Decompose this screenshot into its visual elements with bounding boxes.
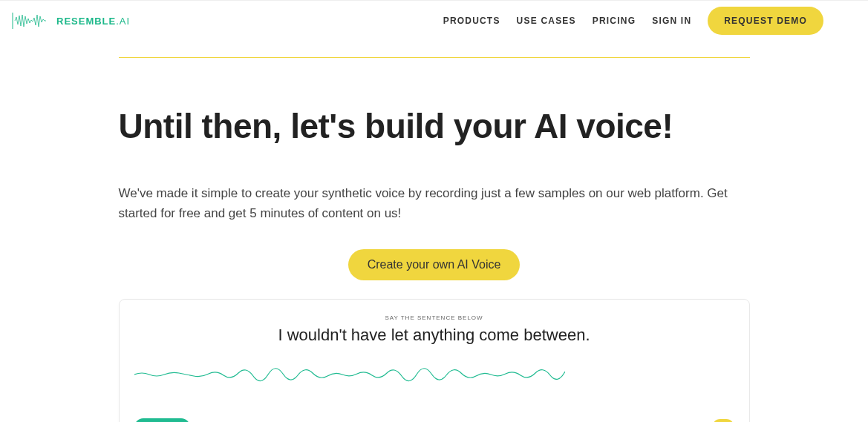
recorder-card: SAY THE SENTENCE BELOW I wouldn't have l…	[119, 299, 750, 422]
main-content: Until then, let's build your AI voice! W…	[111, 57, 757, 422]
nav-products[interactable]: PRODUCTS	[443, 16, 500, 26]
cta-wrap: Create your own AI Voice	[119, 249, 750, 280]
logo-text: RESEMBLE.AI	[56, 16, 130, 27]
page-heading: Until then, let's build your AI voice!	[119, 106, 750, 146]
recorder-sentence: I wouldn't have let anything come betwee…	[134, 326, 734, 345]
nav-sign-in[interactable]: SIGN IN	[652, 16, 691, 26]
logo[interactable]: RESEMBLE.AI	[11, 10, 130, 32]
nav-use-cases[interactable]: USE CASES	[517, 16, 576, 26]
record-button[interactable]: Record	[134, 418, 190, 422]
request-demo-button[interactable]: REQUEST DEMO	[708, 7, 823, 35]
create-voice-button[interactable]: Create your own AI Voice	[348, 249, 521, 280]
header: RESEMBLE.AI PRODUCTS USE CASES PRICING S…	[0, 0, 868, 41]
page-subtext: We've made it simple to create your synt…	[119, 183, 750, 223]
main-nav: PRODUCTS USE CASES PRICING SIGN IN REQUE…	[443, 7, 823, 35]
settings-button[interactable]	[712, 419, 734, 422]
nav-pricing[interactable]: PRICING	[593, 16, 636, 26]
recorder-footer: Record	[134, 418, 734, 422]
divider	[119, 57, 750, 58]
logo-waveform-icon	[11, 10, 52, 32]
audio-waveform-icon	[134, 367, 565, 382]
say-sentence-label: SAY THE SENTENCE BELOW	[134, 314, 734, 321]
